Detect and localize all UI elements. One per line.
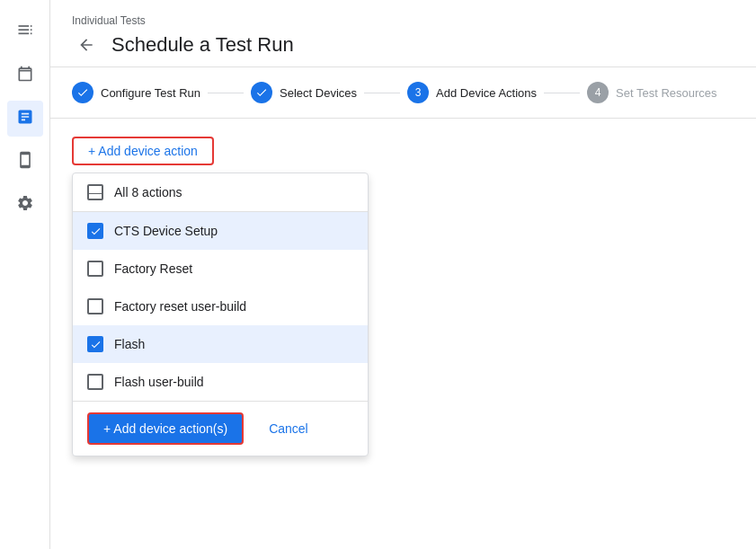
dropdown-item-factory-reset-user-build-label: Factory reset user-build [114, 299, 246, 314]
step-label-3: Add Device Actions [436, 86, 537, 100]
analytics-icon [16, 108, 34, 130]
add-action-label: + Add device action [88, 144, 198, 158]
step-label-1: Configure Test Run [101, 86, 200, 100]
checkbox-flash[interactable] [87, 336, 103, 352]
step-circle-2 [251, 82, 272, 103]
dropdown-panel: — All 8 actions CTS Device Setup [72, 173, 369, 456]
step-add-device-actions: 3 Add Device Actions [407, 82, 537, 103]
page-title-row: Schedule a Test Run [72, 31, 734, 59]
checkbox-cts[interactable] [87, 223, 103, 239]
step-label-2: Select Devices [280, 86, 357, 100]
main-content: Individual Tests Schedule a Test Run Con… [50, 0, 756, 549]
dropdown-item-cts-label: CTS Device Setup [114, 224, 218, 238]
settings-icon [16, 194, 34, 217]
sidebar-item-analytics[interactable] [7, 101, 43, 137]
dropdown-item-flash-user-build-label: Flash user-build [114, 375, 204, 389]
checkbox-factory-reset-user-build[interactable] [87, 298, 103, 314]
add-device-actions-button[interactable]: + Add device action(s) [87, 412, 244, 445]
dropdown-item-all[interactable]: — All 8 actions [73, 173, 368, 211]
header: Individual Tests Schedule a Test Run [50, 0, 756, 67]
cancel-button[interactable]: Cancel [254, 414, 323, 443]
dropdown-item-factory-reset[interactable]: Factory Reset [73, 250, 368, 288]
dropdown-item-flash-label: Flash [114, 337, 145, 351]
dropdown-item-all-label: All 8 actions [114, 185, 182, 199]
step-connector-3 [544, 93, 580, 93]
dropdown-item-flash-user-build[interactable]: Flash user-build [73, 363, 368, 401]
dropdown-item-factory-reset-user-build[interactable]: Factory reset user-build [73, 288, 368, 325]
dropdown-item-cts[interactable]: CTS Device Setup [73, 212, 368, 250]
svg-rect-3 [30, 25, 31, 27]
step-connector-2 [364, 93, 400, 93]
sidebar-item-device[interactable] [7, 144, 43, 180]
dropdown-list[interactable]: — All 8 actions CTS Device Setup [73, 173, 368, 402]
svg-rect-0 [18, 25, 29, 27]
checkbox-flash-user-build[interactable] [87, 374, 103, 390]
stepper: Configure Test Run Select Devices 3 Add … [50, 67, 756, 119]
device-icon [16, 151, 34, 173]
step-circle-3: 3 [407, 82, 429, 103]
step-set-test-resources: 4 Set Test Resources [587, 82, 716, 103]
back-button[interactable] [72, 31, 101, 59]
step-select-devices: Select Devices [251, 82, 357, 103]
page-title: Schedule a Test Run [111, 33, 294, 57]
breadcrumb: Individual Tests [72, 14, 734, 27]
calendar-icon [16, 65, 34, 87]
checkbox-all[interactable]: — [87, 184, 103, 200]
step-circle-4: 4 [587, 82, 609, 103]
tasks-icon [16, 22, 34, 44]
svg-rect-1 [18, 29, 29, 31]
svg-rect-2 [18, 32, 29, 34]
dropdown-footer: + Add device action(s) Cancel [73, 402, 368, 456]
sidebar-item-tasks[interactable] [7, 14, 43, 50]
step-label-4: Set Test Resources [616, 86, 716, 100]
cancel-label: Cancel [269, 421, 308, 436]
sidebar [0, 0, 50, 549]
dropdown-item-flash[interactable]: Flash [73, 325, 368, 363]
svg-rect-4 [30, 29, 31, 31]
sidebar-item-calendar[interactable] [7, 58, 43, 93]
sidebar-item-settings[interactable] [7, 187, 43, 223]
checkbox-factory-reset[interactable] [87, 261, 103, 277]
body-area: + Add device action — All 8 actions [50, 119, 756, 549]
step-configure: Configure Test Run [72, 82, 200, 103]
add-actions-label: + Add device action(s) [103, 421, 227, 436]
step-circle-1 [72, 82, 93, 103]
add-device-action-button[interactable]: + Add device action [72, 137, 214, 165]
dropdown-item-factory-reset-label: Factory Reset [114, 261, 192, 276]
step-connector-1 [208, 93, 244, 93]
svg-rect-5 [30, 32, 31, 34]
